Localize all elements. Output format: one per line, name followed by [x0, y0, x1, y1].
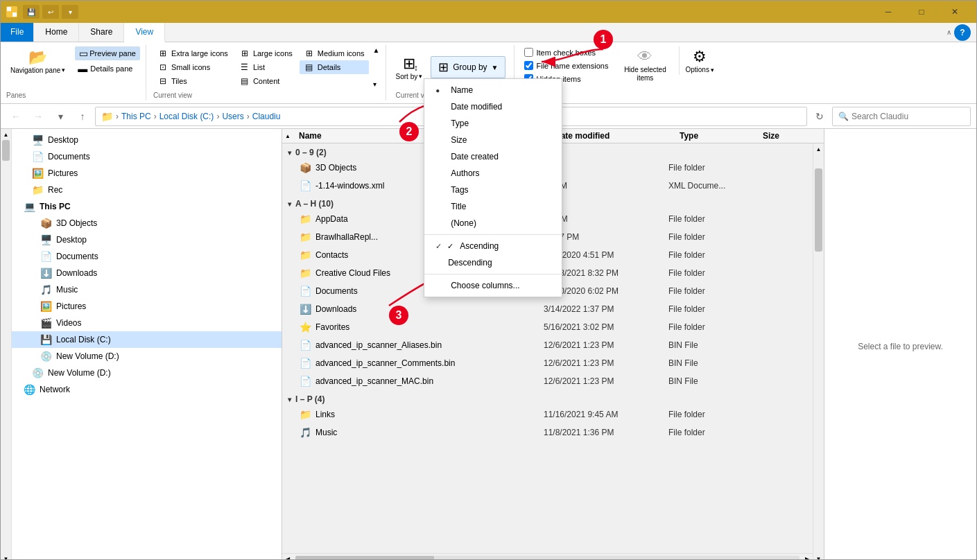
- group-i-p-header[interactable]: ▾ I – P (4): [282, 390, 813, 405]
- sidebar-item-3d-objects[interactable]: 📦 3D Objects: [12, 215, 282, 231]
- customize-btn[interactable]: ▾: [62, 5, 78, 19]
- creative-cloud-icon: 📁: [299, 267, 311, 279]
- file-name-extensions-checkbox[interactable]: File name extensions: [521, 60, 611, 71]
- v-scroll-track[interactable]: [813, 155, 824, 553]
- table-row[interactable]: 📄advanced_ip_scanner_MAC.bin 12/6/2021 1…: [282, 372, 813, 390]
- sort-by-button[interactable]: ⊞ ↕ Sort by ▾: [396, 55, 423, 80]
- h-scroll-track[interactable]: [295, 556, 799, 561]
- recent-locations-button[interactable]: ▾: [51, 107, 70, 126]
- sidebar-scroll-down[interactable]: ▼: [1, 553, 11, 560]
- path-local-disk[interactable]: Local Disk (C:): [159, 112, 214, 121]
- h-scroll-right[interactable]: ▶: [802, 554, 813, 561]
- quick-access-toolbar[interactable]: 💾 ↩ ▾: [23, 5, 78, 19]
- col-date-header[interactable]: Date modified: [549, 129, 674, 143]
- forward-button[interactable]: →: [28, 107, 48, 126]
- list-btn[interactable]: ☰ List: [235, 60, 297, 74]
- sidebar-item-network[interactable]: 🌐 Network: [12, 381, 282, 398]
- table-row[interactable]: ⬇️Downloads 3/14/2022 1:37 PM File folde…: [282, 300, 813, 318]
- sidebar-scroll-up[interactable]: ▲: [1, 129, 11, 140]
- minimize-button[interactable]: ─: [872, 1, 904, 23]
- tiles-btn[interactable]: ⊟ Tiles: [153, 74, 232, 88]
- sidebar-item-new-volume-d[interactable]: 💿 New Volume (D:): [12, 365, 282, 381]
- file-name-extensions-input[interactable]: [524, 61, 533, 70]
- sidebar-item-new-volume-d-pc[interactable]: 💿 New Volume (D:): [12, 348, 282, 365]
- sidebar-item-desktop-pc[interactable]: 🖥️ Desktop: [12, 231, 282, 248]
- save-btn[interactable]: 💾: [23, 5, 40, 19]
- group-tags-item[interactable]: Tags: [424, 182, 562, 198]
- up-button[interactable]: ↑: [73, 107, 92, 126]
- sidebar-item-pictures-pc[interactable]: 🖼️ Pictures: [12, 298, 282, 315]
- group-type-item[interactable]: Type: [424, 115, 562, 132]
- sidebar-item-downloads[interactable]: ⬇️ Downloads: [12, 265, 282, 281]
- h-scroll-thumb[interactable]: [295, 556, 434, 561]
- window-controls[interactable]: ─ □ ✕: [872, 1, 971, 23]
- panes-group-label: Panes: [6, 89, 26, 99]
- maximize-button[interactable]: □: [906, 1, 937, 23]
- sidebar-item-documents-qa[interactable]: 📄 Documents: [12, 148, 282, 165]
- v-scroll-up[interactable]: ▲: [813, 143, 824, 155]
- sidebar-item-local-disk[interactable]: 💾 Local Disk (C:): [12, 331, 282, 348]
- table-row[interactable]: 📁Links 11/16/2021 9:45 AM File folder: [282, 405, 813, 423]
- v-scroll-down[interactable]: ▼: [813, 553, 824, 560]
- tab-file[interactable]: File: [1, 23, 34, 42]
- hide-selected-items-button[interactable]: 👁 Hide selected items: [616, 46, 673, 84]
- search-input[interactable]: [851, 112, 956, 121]
- details-btn[interactable]: ▤ Details: [300, 60, 369, 74]
- group-name-item[interactable]: ● Name: [424, 82, 562, 98]
- navigation-pane-button[interactable]: 📂 Navigation pane ▾: [6, 47, 69, 76]
- group-date-created-item[interactable]: Date created: [424, 148, 562, 165]
- h-scroll-left[interactable]: ◀: [282, 554, 293, 561]
- back-button[interactable]: ←: [6, 107, 26, 126]
- help-button[interactable]: ?: [954, 24, 971, 41]
- header-scroll-up[interactable]: ▲: [282, 130, 293, 141]
- table-row[interactable]: ⭐Favorites 5/16/2021 3:02 PM File folder: [282, 318, 813, 336]
- col-size-header[interactable]: Size: [757, 129, 813, 143]
- extra-large-icons-btn[interactable]: ⊞ Extra large icons: [153, 46, 232, 60]
- path-claudiu[interactable]: Claudiu: [252, 112, 281, 121]
- group-size-item[interactable]: Size: [424, 132, 562, 148]
- group-title-item[interactable]: Title: [424, 198, 562, 215]
- descending-item[interactable]: Descending: [424, 254, 562, 271]
- details-pane-button[interactable]: ▬ Details pane: [75, 62, 140, 76]
- table-row[interactable]: 📄advanced_ip_scanner_Aliases.bin 12/6/20…: [282, 336, 813, 354]
- options-button[interactable]: ⚙ Options ▾: [679, 46, 718, 75]
- path-users[interactable]: Users: [222, 112, 243, 121]
- sidebar-item-pictures-qa[interactable]: 🖼️ Pictures: [12, 165, 282, 182]
- close-button[interactable]: ✕: [939, 1, 971, 23]
- address-refresh-button[interactable]: ↻: [810, 107, 829, 126]
- layout-scroll-up[interactable]: ▲: [373, 46, 380, 54]
- sidebar-item-desktop[interactable]: 🖥️ Desktop: [12, 132, 282, 148]
- medium-icons-btn[interactable]: ⊞ Medium icons: [300, 46, 369, 60]
- ribbon-expand-icon[interactable]: ∧: [946, 28, 951, 36]
- vertical-scrollbar[interactable]: ▲ ▼: [813, 143, 824, 560]
- item-check-boxes-checkbox[interactable]: Item check boxes: [521, 46, 611, 58]
- small-icons-btn[interactable]: ⊡ Small icons: [153, 60, 232, 74]
- group-none-item[interactable]: (None): [424, 215, 562, 231]
- path-this-pc[interactable]: This PC: [121, 112, 151, 121]
- tab-view[interactable]: View: [124, 23, 165, 42]
- group-authors-item[interactable]: Authors: [424, 165, 562, 182]
- v-scroll-thumb[interactable]: [815, 168, 822, 252]
- layout-scroll-down[interactable]: ▾: [373, 80, 380, 88]
- item-check-boxes-input[interactable]: [524, 48, 533, 57]
- large-icons-btn[interactable]: ⊞ Large icons: [235, 46, 297, 60]
- choose-columns-item[interactable]: Choose columns...: [424, 277, 562, 294]
- search-box[interactable]: 🔍: [832, 107, 971, 126]
- group-by-button[interactable]: ⊞ Group by ▼: [431, 56, 505, 78]
- table-row[interactable]: 🎵Music 11/8/2021 1:36 PM File folder: [282, 423, 813, 441]
- sidebar-item-documents-pc[interactable]: 📄 Documents: [12, 248, 282, 265]
- undo-btn[interactable]: ↩: [42, 5, 59, 19]
- col-type-header[interactable]: Type: [674, 129, 757, 143]
- table-row[interactable]: 📄advanced_ip_scanner_Comments.bin 12/6/2…: [282, 354, 813, 372]
- content-btn[interactable]: ▤ Content: [235, 74, 297, 88]
- sidebar-item-music[interactable]: 🎵 Music: [12, 281, 282, 298]
- ascending-item[interactable]: ✓ Ascending: [424, 238, 562, 254]
- sidebar-item-rec[interactable]: 📁 Rec: [12, 182, 282, 198]
- preview-pane-button[interactable]: ▭ Preview pane: [75, 46, 140, 60]
- sidebar-item-this-pc[interactable]: 💻 This PC: [12, 198, 282, 215]
- tab-share[interactable]: Share: [79, 23, 124, 42]
- tab-home[interactable]: Home: [34, 23, 79, 42]
- horizontal-scrollbar[interactable]: ◀ ▶: [282, 553, 813, 560]
- sidebar-item-videos[interactable]: 🎬 Videos: [12, 315, 282, 331]
- group-date-modified-item[interactable]: Date modified: [424, 98, 562, 115]
